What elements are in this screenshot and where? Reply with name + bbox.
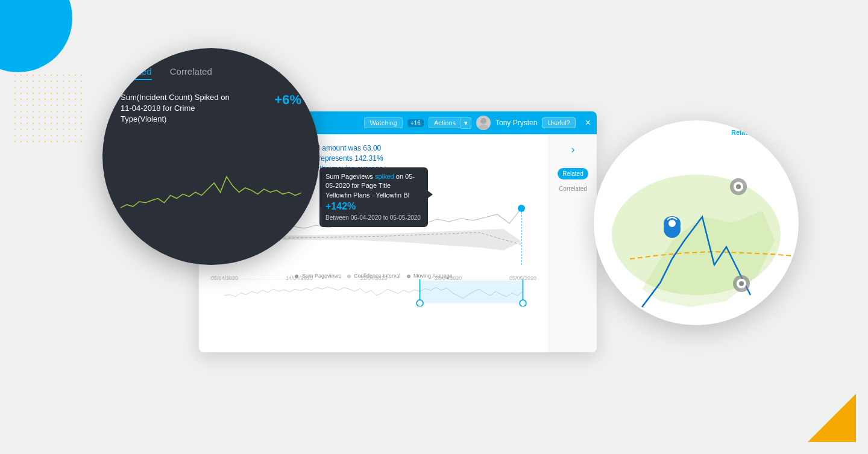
tooltip-line3: Yellowfin Plans - Yellowfin BI [326,191,410,199]
app-sidebar: › Related Correlated [549,134,597,352]
dark-circle-value: +6% [274,92,301,108]
sidebar-tab-related[interactable]: Related [558,168,588,179]
tooltip-arrow [428,191,433,198]
tooltip-date-range: Between 06-04-2020 to 05-05-2020 [326,214,422,222]
dark-tab-related[interactable]: Related [121,66,152,80]
map-visualization: Related Correlated [594,120,799,325]
svg-text:Related: Related [731,129,755,136]
chevron-right-icon[interactable]: › [571,143,575,156]
dark-circle-tabs: Related Correlated [121,66,301,80]
dark-circle-panel: Related Correlated Sum(Incident Count) S… [102,48,319,265]
svg-point-3 [518,205,525,212]
dark-circle-title: Sum(Incident Count) Spiked on 11-04-2018… [121,92,241,125]
svg-point-18 [668,220,676,227]
actions-chevron-icon[interactable]: ▾ [461,117,471,129]
dark-circle-header: Sum(Incident Count) Spiked on 11-04-2018… [121,92,301,125]
svg-point-14 [736,184,741,189]
range-chart [208,279,539,306]
dark-circle-content: Sum(Incident Count) Spiked on 11-04-2018… [121,92,301,253]
main-container: Related Correlated Sum(Incident Count) S… [0,0,868,454]
user-name: Tony Prysten [495,119,537,127]
watching-badge: +16 [407,119,424,127]
actions-group: Actions ▾ [429,117,471,129]
svg-point-9 [520,300,526,307]
tooltip-line1: Sum Pageviews [326,173,373,180]
watching-button[interactable]: Watching [364,117,402,128]
avatar [476,116,491,130]
actions-label: Actions [429,117,461,128]
dark-tab-correlated[interactable]: Correlated [170,66,212,80]
svg-point-0 [480,118,486,124]
sidebar-tab-correlated[interactable]: Correlated [554,183,592,194]
close-icon[interactable]: × [585,117,591,128]
dark-circle-sparkline [121,131,301,253]
svg-point-8 [417,300,423,307]
tooltip-text: Sum Pageviews spiked on 05-05-2020 for P… [326,172,422,200]
chart-tooltip: Sum Pageviews spiked on 05-05-2020 for P… [319,167,428,227]
right-circle-panel: Related Correlated [594,120,799,325]
range-area [208,279,539,312]
right-circle-inner: Related Correlated [594,120,799,325]
tooltip-value: +142% [326,200,422,213]
sidebar-tabs: Related Correlated [554,168,592,194]
tooltip-spiked-word: spiked [375,173,394,180]
dark-circle-chart [121,131,301,253]
useful-button[interactable]: Useful? [542,117,575,128]
svg-point-1 [479,125,488,130]
svg-text:Correlated: Correlated [761,129,792,136]
svg-point-21 [739,281,744,286]
svg-rect-5 [420,281,523,303]
